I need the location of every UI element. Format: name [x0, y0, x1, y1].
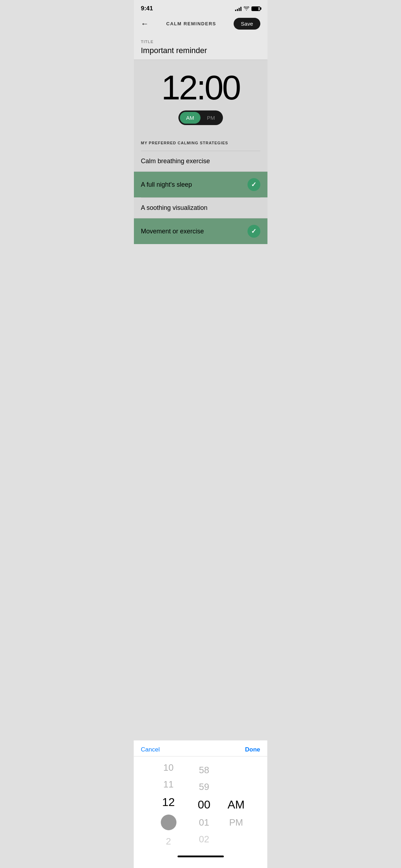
strategy-text-4: Movement or exercise: [141, 228, 204, 235]
time-section: 12:00 AM PM: [134, 60, 267, 134]
title-label: TITLE: [141, 40, 260, 44]
checkmark-icon-2: ✓: [248, 178, 260, 191]
strategy-text-2: A full night's sleep: [141, 181, 192, 188]
am-pm-toggle[interactable]: AM PM: [178, 110, 223, 125]
status-time: 9:41: [141, 5, 153, 12]
time-minutes: 00: [204, 68, 240, 107]
back-arrow-icon: ←: [141, 20, 149, 28]
strategy-item-2[interactable]: A full night's sleep ✓: [134, 171, 267, 197]
time-colon: :: [197, 68, 205, 107]
title-section: TITLE Important reminder: [134, 34, 267, 60]
time-display[interactable]: 12:00: [161, 71, 240, 105]
wifi-icon: [244, 6, 249, 11]
status-icons: [235, 6, 260, 11]
status-bar: 9:41: [134, 0, 267, 15]
nav-bar: ← CALM REMINDERS Save: [134, 15, 267, 34]
strategy-item-1[interactable]: Calm breathing exercise: [141, 151, 260, 171]
time-hours: 12: [161, 68, 197, 107]
title-value[interactable]: Important reminder: [141, 46, 260, 55]
back-button[interactable]: ←: [141, 20, 149, 28]
am-option[interactable]: AM: [180, 112, 201, 124]
strategy-text-1: Calm breathing exercise: [141, 157, 210, 165]
pm-option[interactable]: PM: [200, 112, 222, 124]
strategies-section: MY PREFERRED CALMING STRATEGIES Calm bre…: [134, 134, 267, 244]
signal-icon: [235, 6, 241, 11]
page-title: CALM REMINDERS: [166, 21, 216, 26]
strategy-text-3: A soothing visualization: [141, 204, 208, 212]
battery-icon: [251, 6, 260, 11]
strategy-item-3[interactable]: A soothing visualization: [141, 197, 260, 218]
strategies-label: MY PREFERRED CALMING STRATEGIES: [141, 141, 260, 145]
save-button[interactable]: Save: [234, 18, 260, 30]
checkmark-icon-4: ✓: [248, 225, 260, 238]
strategy-item-4[interactable]: Movement or exercise ✓: [134, 218, 267, 244]
